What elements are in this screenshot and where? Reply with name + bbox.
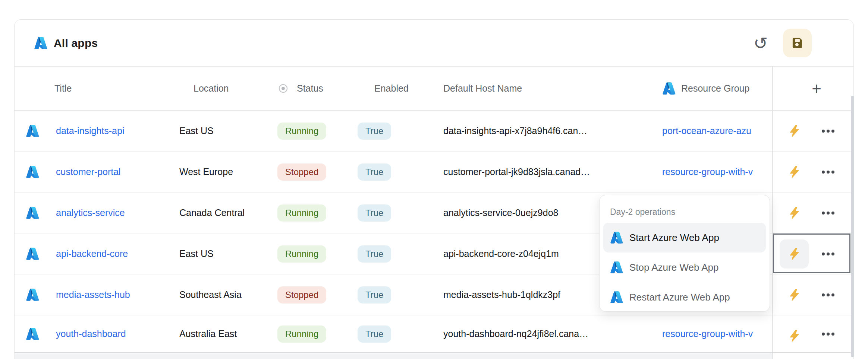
azure-icon: [662, 82, 676, 95]
app-title-link[interactable]: api-backend-core: [56, 248, 128, 259]
quick-actions-button[interactable]: [780, 158, 809, 187]
row-menu-button[interactable]: [817, 315, 839, 352]
lightning-icon: [787, 206, 801, 220]
menu-item[interactable]: Restart Azure Web App: [603, 282, 766, 312]
row-actions-cell: [772, 315, 854, 352]
lightning-icon: [787, 124, 801, 138]
azure-icon: [610, 290, 623, 304]
azure-icon: [26, 288, 40, 302]
menu-item[interactable]: Start Azure Web App: [603, 223, 766, 252]
card-header: All apps ↺: [15, 20, 853, 67]
status-badge: Running: [277, 123, 326, 140]
azure-icon: [26, 165, 40, 179]
table-header-row: Title Location Status Enabled Default Ho…: [15, 67, 853, 111]
column-header-status[interactable]: Status: [279, 67, 323, 110]
status-radio-icon: [279, 84, 288, 93]
location-cell: Canada Central: [179, 193, 278, 233]
azure-icon: [34, 36, 48, 50]
location-cell: Southeast Asia: [179, 274, 278, 315]
row-menu-button[interactable]: [817, 233, 839, 274]
lightning-icon: [787, 165, 801, 179]
app-title-link[interactable]: youth-dashboard: [56, 328, 126, 339]
host-name-cell: data-insights-api-x7j8a9h4f6.can…: [443, 111, 657, 151]
azure-icon: [610, 261, 623, 274]
enabled-badge: True: [358, 245, 391, 263]
enabled-badge: True: [358, 325, 391, 343]
status-badge: Stopped: [277, 163, 326, 181]
column-header-title[interactable]: Title: [54, 67, 72, 110]
add-column-button[interactable]: +: [808, 80, 825, 97]
app-title-link[interactable]: analytics-service: [56, 207, 125, 218]
enabled-badge: True: [358, 286, 391, 304]
save-button[interactable]: [783, 29, 812, 57]
lightning-icon: [787, 288, 801, 302]
save-icon: [790, 36, 804, 50]
day2-operations-menu: Day-2 operations Start Azure Web App Sto…: [599, 195, 770, 312]
row-menu-button[interactable]: [817, 152, 839, 192]
menu-item-label: Stop Azure Web App: [629, 262, 718, 273]
status-badge: Running: [277, 245, 326, 263]
horizontal-scrollbar[interactable]: [15, 353, 772, 359]
day2-menu-items: Start Azure Web App Stop Azure Web App R…: [600, 223, 770, 312]
row-menu-button[interactable]: [817, 193, 839, 233]
column-header-host[interactable]: Default Host Name: [443, 67, 522, 110]
table-row: youth-dashboard Australia East Running T…: [15, 315, 853, 353]
enabled-badge: True: [358, 204, 391, 222]
azure-icon: [26, 247, 40, 261]
azure-icon: [26, 327, 40, 341]
location-cell: West Europe: [179, 152, 278, 192]
app-title-link[interactable]: media-assets-hub: [56, 289, 130, 300]
column-header-resource-group-label: Resource Group: [681, 83, 749, 94]
resource-group-link[interactable]: resource-group-with-v: [662, 166, 753, 177]
resource-group-link[interactable]: port-ocean-azure-azu: [662, 126, 751, 136]
lightning-icon: [787, 329, 801, 343]
app-title-link[interactable]: data-insights-api: [56, 126, 124, 136]
enabled-badge: True: [358, 123, 391, 140]
quick-actions-button[interactable]: [780, 117, 809, 146]
column-header-resource-group[interactable]: Resource Group: [662, 67, 749, 110]
actions-column-divider: [772, 67, 773, 359]
quick-actions-button[interactable]: [780, 321, 809, 350]
menu-item[interactable]: Stop Azure Web App: [603, 252, 766, 282]
quick-actions-button[interactable]: [780, 198, 809, 228]
status-badge: Stopped: [277, 286, 326, 304]
column-header-location[interactable]: Location: [194, 67, 229, 110]
refresh-button[interactable]: ↺: [749, 32, 772, 54]
row-actions-cell: [772, 193, 854, 233]
row-actions-cell: [772, 233, 854, 274]
row-actions-cell: [772, 152, 854, 192]
resource-group-link[interactable]: resource-group-with-v: [662, 328, 753, 339]
row-actions-cell: [772, 274, 854, 315]
row-actions-cell: [772, 111, 854, 151]
row-menu-button[interactable]: [817, 111, 839, 151]
host-name-cell: youth-dashboard-nq24jfi8el.cana…: [443, 315, 657, 352]
status-badge: Running: [277, 325, 326, 343]
table-row: customer-portal West Europe Stopped True…: [15, 152, 853, 193]
quick-actions-button[interactable]: [780, 280, 809, 309]
location-cell: East US: [179, 233, 278, 274]
column-header-status-label: Status: [297, 83, 323, 94]
app-title-link[interactable]: customer-portal: [56, 166, 121, 177]
quick-actions-button[interactable]: [780, 239, 809, 269]
day2-menu-header: Day-2 operations: [600, 201, 770, 223]
status-badge: Running: [277, 204, 326, 222]
host-name-cell: customer-portal-jk9d83jsla.canad…: [443, 152, 657, 192]
azure-icon: [610, 231, 623, 244]
location-cell: East US: [179, 111, 278, 151]
table-row: data-insights-api East US Running True d…: [15, 111, 853, 152]
lightning-icon: [787, 247, 801, 261]
location-cell: Australia East: [179, 315, 278, 352]
menu-item-label: Start Azure Web App: [629, 232, 719, 244]
azure-icon: [26, 206, 40, 220]
azure-icon: [26, 124, 40, 138]
row-menu-button[interactable]: [817, 274, 839, 315]
vertical-scrollbar[interactable]: [851, 96, 854, 357]
enabled-badge: True: [358, 163, 391, 181]
menu-item-label: Restart Azure Web App: [629, 292, 730, 303]
column-header-enabled[interactable]: Enabled: [374, 67, 409, 110]
page-title: All apps: [54, 37, 98, 50]
